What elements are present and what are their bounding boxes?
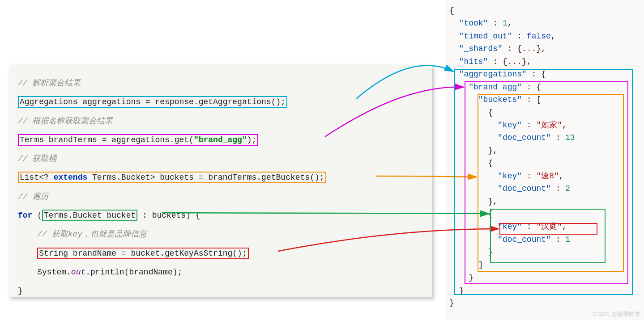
ellipsis-icon: ... (522, 44, 536, 53)
brace-close: } (18, 286, 23, 295)
line-list: List<? extends Terms.Bucket> buckets = b… (18, 172, 326, 183)
timed-val: false (527, 32, 551, 41)
comment-key: // 获取key，也就是品牌信息 (37, 230, 147, 239)
out-post: .println(brandName); (85, 268, 182, 277)
timed-key: "timed_out" (459, 32, 512, 41)
comment-byname: // 根据名称获取聚合结果 (18, 117, 113, 126)
bucket-decl: Terms.Bucket bucket (42, 210, 137, 221)
json-box-key (499, 223, 597, 235)
code-block: // 解析聚合结果 Aggregations aggregations = re… (18, 74, 423, 301)
for-mid: : buckets) { (137, 211, 200, 220)
ellipsis-icon: ... (508, 57, 522, 66)
line-terms: Terms brandTerms = aggregations.get("bra… (18, 134, 258, 146)
hits-key: "hits" (459, 57, 488, 66)
terms-post: ); (247, 135, 257, 144)
kw-for: for (18, 211, 32, 220)
took-key: "took" (459, 19, 488, 28)
json-box-bucket-item (490, 209, 606, 263)
java-code-panel: // 解析聚合结果 Aggregations aggregations = re… (9, 65, 432, 297)
watermark: CSDN @替罪的羊 (593, 310, 640, 318)
out-pre: System. (37, 268, 71, 277)
for-open: ( (32, 211, 42, 220)
list-pre: List<? (20, 173, 54, 182)
out-mid: out (71, 268, 85, 277)
terms-pre: Terms brandTerms = aggregations.get( (20, 135, 194, 144)
line-aggregations: Aggregations aggregations = response.get… (18, 96, 287, 108)
kw-extends: extends (54, 173, 88, 182)
list-post: Terms.Bucket> buckets = brandTerms.getBu… (87, 173, 324, 182)
comment-bucket: // 获取桶 (18, 154, 56, 163)
line-brandname: String brandName = bucket.getKeyAsString… (37, 248, 248, 259)
comment-parse: // 解析聚合结果 (18, 79, 81, 88)
comment-iter: // 遍历 (18, 192, 48, 201)
took-val: 1 (503, 19, 508, 28)
shards-key: "_shards" (459, 44, 503, 53)
brand-agg-string: "brand_agg" (194, 135, 247, 144)
